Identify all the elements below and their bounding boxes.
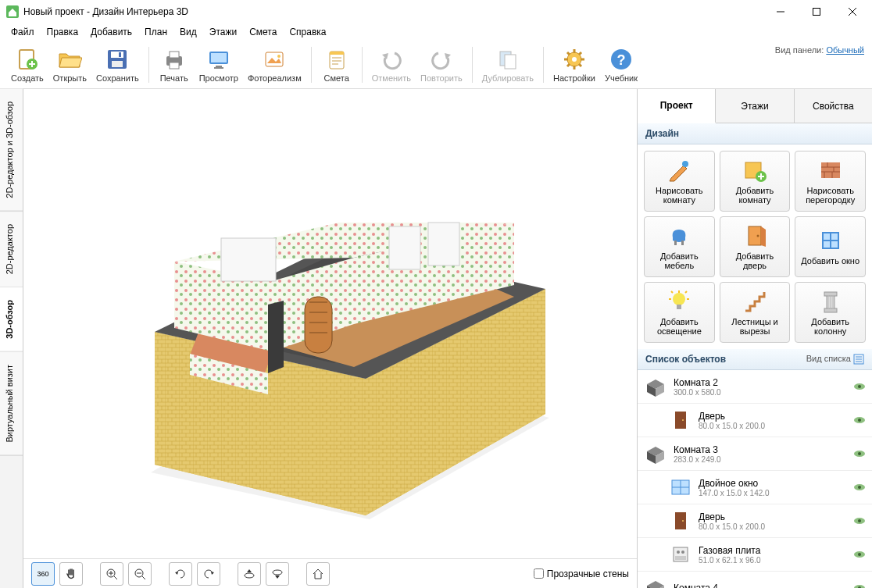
tab-floors[interactable]: Этажи [716, 89, 794, 123]
room-add-icon [742, 158, 767, 183]
divider [543, 47, 544, 83]
svg-text:?: ? [616, 52, 625, 68]
visibility-icon[interactable] [853, 416, 866, 424]
monitor-icon [206, 47, 231, 72]
undo-icon [379, 47, 404, 72]
settings-button[interactable]: Настройки [549, 45, 600, 84]
preview-button[interactable]: Просмотр [195, 45, 243, 84]
divider [362, 47, 363, 83]
sidetab-2d[interactable]: 2D-редактор [0, 212, 23, 287]
list-item[interactable]: Газовая плита51.0 x 62.1 x 96.0 [638, 538, 872, 572]
list-item[interactable]: Двойное окно147.0 x 15.0 x 142.0 [638, 471, 872, 504]
add-room-button[interactable]: Добавить комнату [720, 151, 791, 212]
create-button[interactable]: Создать [6, 45, 48, 84]
list-icon [853, 354, 864, 365]
menu-estimate[interactable]: Смета [243, 25, 283, 39]
tutorial-button[interactable]: ? Учебник [600, 45, 642, 84]
draw-partition-button[interactable]: Нарисовать перегородку [795, 151, 866, 212]
add-window-button[interactable]: Добавить окно [795, 216, 866, 277]
viewport-3d[interactable] [23, 89, 637, 558]
menu-file[interactable]: Файл [5, 25, 41, 39]
list-item[interactable]: Дверь80.0 x 15.0 x 200.0 [638, 404, 872, 437]
svg-point-16 [277, 55, 281, 58]
minimize-button[interactable] [763, 0, 799, 23]
visibility-icon[interactable] [853, 584, 866, 588]
menu-edit[interactable]: Правка [41, 25, 85, 39]
rotate-ccw-button[interactable] [169, 562, 192, 586]
zoom-out-button[interactable] [128, 562, 152, 586]
svg-point-81 [858, 452, 861, 455]
tilt-down-button[interactable] [266, 562, 289, 586]
list-item[interactable]: Комната 2300.0 x 580.0 [638, 370, 872, 404]
estimate-button[interactable]: Смета [316, 45, 357, 84]
tab-properties[interactable]: Свойства [795, 89, 872, 123]
visibility-icon[interactable] [853, 383, 866, 390]
menu-plan[interactable]: План [138, 25, 173, 39]
print-button[interactable]: Печать [154, 45, 195, 84]
visibility-icon[interactable] [853, 483, 866, 491]
undo-button[interactable]: Отменить [367, 45, 416, 84]
duplicate-icon [495, 47, 520, 72]
draw-room-button[interactable]: Нарисовать комнату [644, 151, 715, 212]
tilt-up-icon [243, 568, 256, 580]
svg-rect-9 [170, 52, 179, 58]
panel-mode-link[interactable]: Обычный [826, 45, 864, 55]
home-icon [312, 568, 324, 580]
list-item[interactable]: Комната 3283.0 x 249.0 [638, 437, 872, 471]
sidetab-2d3d[interactable]: 2D-редактор и 3D-обзор [0, 89, 23, 212]
close-button[interactable] [834, 0, 870, 23]
printer-icon [162, 47, 187, 72]
svg-point-53 [682, 161, 688, 167]
add-door-button[interactable]: Добавить дверь [720, 216, 791, 277]
list-item[interactable]: Комната 4 [638, 572, 872, 588]
home-view-button[interactable] [306, 562, 330, 586]
menu-add[interactable]: Добавить [84, 25, 138, 39]
visibility-icon[interactable] [853, 517, 866, 525]
chair-icon [667, 223, 692, 248]
menu-help[interactable]: Справка [283, 25, 332, 39]
svg-point-52 [273, 570, 282, 575]
open-button[interactable]: Открыть [48, 45, 91, 84]
photorealism-button[interactable]: Фотореализм [243, 45, 306, 84]
door-thumb-icon [669, 509, 692, 533]
svg-rect-47 [428, 223, 459, 265]
svg-point-62 [673, 293, 685, 305]
svg-rect-73 [675, 412, 686, 429]
svg-marker-44 [268, 301, 284, 373]
visibility-icon[interactable] [853, 450, 866, 458]
maximize-button[interactable] [799, 0, 834, 23]
tab-project[interactable]: Проект [638, 89, 716, 123]
add-column-button[interactable]: Добавить колонну [795, 282, 866, 343]
rotate-cw-button[interactable] [197, 562, 220, 586]
svg-rect-45 [221, 238, 276, 281]
svg-rect-48 [305, 297, 332, 353]
visibility-icon[interactable] [853, 551, 866, 558]
svg-point-94 [858, 553, 861, 556]
svg-point-76 [858, 419, 861, 422]
pan-button[interactable] [59, 562, 83, 586]
transparent-walls-checkbox[interactable]: Прозрачные стены [534, 568, 629, 579]
add-furniture-button[interactable]: Добавить мебель [644, 216, 715, 277]
sidetab-3d[interactable]: 3D-обзор [0, 287, 23, 352]
toolbar: Создать Открыть Сохранить Печать Просмот… [0, 41, 872, 89]
stairs-button[interactable]: Лестницы и вырезы [720, 282, 791, 343]
gear-icon [562, 47, 587, 72]
tilt-up-button[interactable] [238, 562, 261, 586]
add-light-button[interactable]: Добавить освещение [644, 282, 715, 343]
list-item[interactable]: Дверь80.0 x 15.0 x 200.0 [638, 504, 872, 538]
stairs-icon [742, 289, 767, 314]
menu-view[interactable]: Вид [173, 25, 203, 39]
svg-rect-20 [505, 55, 516, 69]
divider [311, 47, 312, 83]
list-view-mode-link[interactable]: Вид списка [806, 354, 864, 365]
sidetab-virtual[interactable]: Виртуальный визит [0, 352, 23, 456]
svg-rect-59 [749, 226, 761, 245]
save-button[interactable]: Сохранить [91, 45, 144, 84]
rotate-ccw-icon [174, 568, 187, 580]
menu-floors[interactable]: Этажи [203, 25, 243, 39]
zoom-in-button[interactable] [100, 562, 123, 586]
orbit-360-button[interactable]: 360 [31, 562, 55, 586]
duplicate-button[interactable]: Дублировать [477, 45, 538, 84]
object-list: Комната 2300.0 x 580.0 Дверь80.0 x 15.0 … [638, 370, 872, 588]
redo-button[interactable]: Повторить [416, 45, 467, 84]
